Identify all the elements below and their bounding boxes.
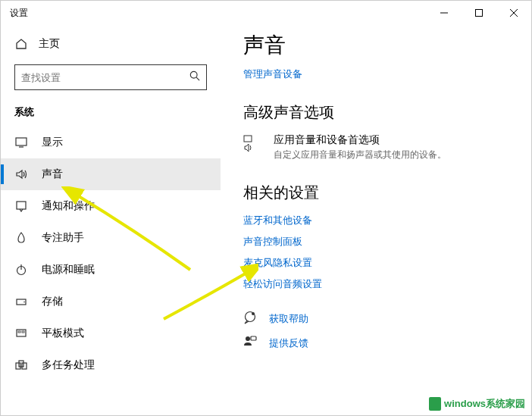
multitask-icon — [14, 359, 28, 371]
svg-rect-18 — [22, 363, 27, 369]
nav-label: 专注助手 — [42, 231, 84, 245]
category-header: 系统 — [1, 101, 221, 127]
svg-rect-8 — [17, 202, 26, 209]
home-button[interactable]: 主页 — [1, 31, 221, 57]
storage-icon — [14, 296, 28, 308]
related-sound-panel-link[interactable]: 声音控制面板 — [243, 235, 509, 249]
titlebar: 设置 — [1, 1, 531, 25]
related-bluetooth-link[interactable]: 蓝牙和其他设备 — [243, 214, 509, 227]
svg-rect-14 — [18, 331, 20, 333]
minimize-button[interactable] — [427, 1, 462, 25]
nav-multitask[interactable]: 多任务处理 — [1, 349, 221, 381]
svg-point-12 — [23, 302, 25, 303]
manage-devices-link[interactable]: 管理声音设备 — [243, 67, 509, 81]
app-volume-title: 应用音量和设备首选项 — [274, 133, 446, 147]
nav-label: 电源和睡眠 — [42, 263, 95, 277]
close-button[interactable] — [496, 1, 531, 25]
nav-display[interactable]: 显示 — [1, 127, 221, 158]
feedback-row[interactable]: 提供反馈 — [243, 335, 509, 352]
watermark-text: windows系统家园 — [444, 397, 525, 411]
svg-point-21 — [252, 312, 255, 315]
nav-label: 显示 — [42, 136, 63, 149]
svg-rect-15 — [22, 331, 24, 333]
nav-tablet[interactable]: 平板模式 — [1, 317, 221, 349]
maximize-button[interactable] — [462, 1, 496, 25]
app-volume-icon — [243, 133, 263, 156]
app-volume-option[interactable]: 应用音量和设备首选项 自定义应用音量和扬声器或其使用的设备。 — [243, 133, 509, 161]
watermark: windows系统家园 — [429, 397, 525, 411]
app-volume-desc: 自定义应用音量和扬声器或其使用的设备。 — [274, 149, 446, 161]
get-help-row[interactable]: 获取帮助 — [243, 311, 509, 327]
svg-rect-23 — [251, 336, 256, 340]
help-icon — [243, 311, 258, 327]
svg-rect-16 — [16, 363, 20, 369]
tablet-icon — [14, 327, 28, 339]
nav-label: 平板模式 — [42, 327, 84, 340]
nav-sound[interactable]: 声音 — [1, 158, 221, 190]
focus-icon — [14, 232, 28, 244]
svg-rect-17 — [19, 361, 23, 367]
nav-label: 声音 — [42, 167, 63, 181]
related-ease-audio-link[interactable]: 轻松访问音频设置 — [243, 277, 509, 291]
feedback-icon — [243, 335, 258, 352]
advanced-section-header: 高级声音选项 — [243, 102, 509, 123]
help-link: 获取帮助 — [269, 312, 308, 326]
nav-power[interactable]: 电源和睡眠 — [1, 254, 221, 286]
sound-icon — [14, 168, 28, 180]
window-title: 设置 — [10, 7, 28, 20]
feedback-link: 提供反馈 — [269, 336, 308, 350]
search-field[interactable] — [21, 72, 189, 83]
nav-label: 通知和操作 — [42, 199, 95, 213]
svg-rect-13 — [17, 330, 26, 336]
nav-focus[interactable]: 专注助手 — [1, 222, 221, 254]
related-section-header: 相关的设置 — [243, 183, 509, 203]
related-mic-privacy-link[interactable]: 麦克风隐私设置 — [243, 256, 509, 270]
main-content: 声音 管理声音设备 高级声音选项 应用音量和设备首选项 自定义应用音量和扬声器或… — [221, 25, 531, 415]
svg-line-5 — [196, 77, 199, 80]
page-title: 声音 — [243, 31, 509, 60]
home-label: 主页 — [39, 37, 60, 51]
nav-label: 多任务处理 — [42, 358, 95, 372]
home-icon — [14, 38, 28, 50]
nav-label: 存储 — [42, 295, 63, 308]
nav-storage[interactable]: 存储 — [1, 286, 221, 317]
svg-point-22 — [246, 336, 250, 341]
watermark-logo — [429, 397, 441, 411]
search-icon — [189, 70, 200, 84]
search-input[interactable] — [14, 64, 207, 90]
svg-rect-1 — [476, 10, 483, 17]
notifications-icon — [14, 200, 28, 212]
sidebar: 主页 系统 显示 声音 通知和操作 专注助手 电源和睡眠 — [1, 25, 221, 415]
power-icon — [14, 264, 28, 276]
svg-rect-19 — [244, 136, 252, 142]
display-icon — [14, 136, 28, 149]
svg-point-4 — [190, 71, 197, 78]
nav-notifications[interactable]: 通知和操作 — [1, 190, 221, 222]
window-controls — [427, 1, 531, 25]
svg-rect-6 — [16, 138, 27, 145]
